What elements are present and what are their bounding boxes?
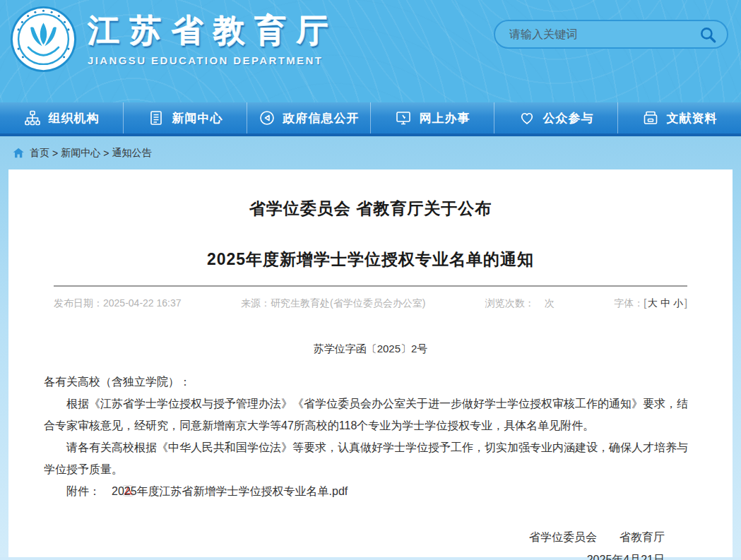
site-title: 江苏省教育厅 bbox=[88, 9, 338, 52]
breadcrumb-home[interactable]: 首页 bbox=[30, 147, 49, 160]
nav-item-documents[interactable]: 文献资料 bbox=[617, 102, 741, 133]
breadcrumb-notices[interactable]: 通知公告 bbox=[112, 147, 151, 160]
article-body: 各有关高校（含独立学院）： 根据《江苏省学士学位授权与授予管理办法》《省学位委员… bbox=[44, 371, 697, 502]
article-card: 省学位委员会 省教育厅关于公布 2025年度新增学士学位授权专业名单的通知 发布… bbox=[8, 169, 733, 557]
breadcrumb-separator: > bbox=[52, 148, 58, 159]
attachment-line: 附件： 2025年度江苏省新增学士学位授权专业名单.pdf bbox=[44, 480, 697, 502]
signature-org: 省学位委员会 省教育厅 bbox=[44, 526, 665, 549]
article-title-line1: 省学位委员会 省教育厅关于公布 bbox=[44, 198, 697, 220]
nav-item-gov-info[interactable]: 政府信息公开 bbox=[247, 102, 370, 133]
nav-item-label: 文献资料 bbox=[667, 110, 718, 126]
article-meta: 发布日期：2025-04-22 16:37 来源：研究生教育处(省学位委员会办公… bbox=[54, 297, 687, 310]
nav-item-label: 网上办事 bbox=[420, 110, 470, 126]
breadcrumb-news-center[interactable]: 新闻中心 bbox=[61, 147, 100, 160]
article-source: 来源：研究生教育处(省学位委员会办公室) bbox=[241, 297, 425, 310]
font-size-large[interactable]: 大 bbox=[648, 297, 658, 309]
search-box bbox=[494, 20, 728, 49]
nav-item-organization[interactable]: 组织机构 bbox=[0, 102, 123, 133]
content-background: 首页 > 新闻中心 > 通知公告 省学位委员会 省教育厅关于公布 2025年度新… bbox=[0, 136, 741, 557]
search-button[interactable] bbox=[699, 25, 717, 44]
org-chart-icon bbox=[24, 109, 41, 126]
publish-date: 发布日期：2025-04-22 16:37 bbox=[54, 297, 182, 310]
site-logo[interactable] bbox=[9, 5, 78, 73]
brand-block: 江苏省教育厅 JIANGSU EDUCATION DEPARTMENT bbox=[88, 9, 338, 66]
salutation: 各有关高校（含独立学院）： bbox=[44, 371, 697, 393]
title-divider bbox=[54, 285, 687, 287]
site-subtitle: JIANGSU EDUCATION DEPARTMENT bbox=[88, 54, 338, 66]
info-circle-icon bbox=[259, 109, 275, 126]
main-nav: 组织机构 新闻中心 政府信息公开 bbox=[0, 102, 741, 136]
view-count: 浏览次数：次 bbox=[485, 297, 555, 310]
font-size-medium[interactable]: 中 bbox=[660, 297, 670, 309]
nav-item-label: 政府信息公开 bbox=[283, 110, 360, 126]
site-header: 江苏省教育厅 JIANGSU EDUCATION DEPARTMENT bbox=[0, 0, 741, 102]
jiangsu-education-emblem-icon bbox=[9, 5, 78, 73]
document-number: 苏学位字函〔2025〕2号 bbox=[44, 342, 697, 356]
nav-item-public-participation[interactable]: 公众参与 bbox=[494, 102, 617, 133]
font-size-control: 字体：[大中小] bbox=[614, 297, 687, 310]
nav-item-label: 新闻中心 bbox=[172, 110, 223, 126]
attachment-link[interactable]: 2025年度江苏省新增学士学位授权专业名单.pdf bbox=[112, 485, 348, 497]
signature-block: 省学位委员会 省教育厅 2025年4月21日 bbox=[44, 526, 697, 560]
page: 江苏省教育厅 JIANGSU EDUCATION DEPARTMENT bbox=[0, 0, 741, 560]
search-icon bbox=[699, 25, 717, 44]
nav-item-news[interactable]: 新闻中心 bbox=[123, 102, 247, 133]
monitor-icon bbox=[395, 109, 412, 126]
breadcrumb: 首页 > 新闻中心 > 通知公告 bbox=[0, 136, 741, 169]
pdf-file-icon bbox=[100, 482, 111, 493]
font-size-small[interactable]: 小 bbox=[673, 297, 683, 309]
home-icon bbox=[13, 148, 25, 158]
nav-item-label: 公众参与 bbox=[543, 110, 594, 126]
paragraph-1: 根据《江苏省学士学位授权与授予管理办法》《省学位委员会办公室关于进一步做好学士学… bbox=[44, 393, 697, 436]
archive-icon bbox=[642, 109, 659, 126]
heart-icon bbox=[518, 109, 535, 126]
article-title-line2: 2025年度新增学士学位授权专业名单的通知 bbox=[44, 249, 697, 270]
breadcrumb-separator: > bbox=[103, 148, 109, 159]
nav-item-online-services[interactable]: 网上办事 bbox=[370, 102, 494, 133]
search-input[interactable] bbox=[509, 28, 699, 41]
nav-item-label: 组织机构 bbox=[49, 110, 100, 126]
paragraph-2: 请各有关高校根据《中华人民共和国学位法》等要求，认真做好学士学位授予工作，切实加… bbox=[44, 436, 697, 480]
attachment-label: 附件： bbox=[66, 485, 100, 497]
signature-date: 2025年4月21日 bbox=[44, 549, 665, 560]
news-doc-icon bbox=[148, 109, 165, 126]
